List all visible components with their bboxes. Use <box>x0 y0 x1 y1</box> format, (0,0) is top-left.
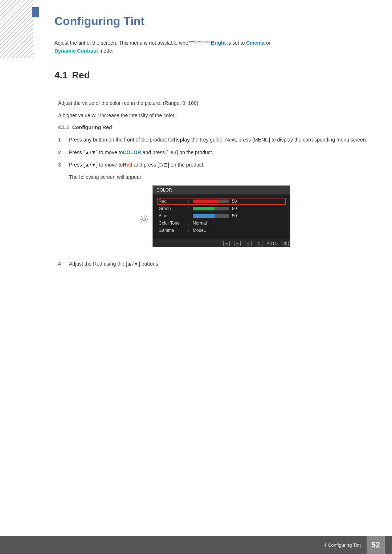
step-4: 4 Adjust the Red using the [▲/▼] buttons… <box>58 261 370 267</box>
step-2: 2 Press [▲/▼] to move toCOLOR and press … <box>58 148 370 156</box>
section-para1: Adjust the value of the color red in the… <box>58 99 370 108</box>
monitor-display: COLOR Red : 50 <box>152 185 290 247</box>
section-number: 4.1 <box>54 70 68 81</box>
step-4-number: 4 <box>58 261 67 267</box>
monitor-value-blue: 50 <box>232 213 237 218</box>
section-4-1-header: 4.1 Red <box>54 70 370 92</box>
step-4-text: Adjust the Red using the [▲/▼] buttons. <box>69 261 160 267</box>
footer-section-label: 4 Configuring Tint <box>324 542 361 548</box>
monitor-bar-green-container <box>193 207 229 210</box>
monitor-screenshot: COLOR Red : 50 <box>152 185 290 254</box>
section-title: Red <box>72 70 90 83</box>
section-para2: A higher value will increase the intensi… <box>58 111 370 120</box>
page-title: Configuring Tint <box>54 15 370 28</box>
step-4-red-label: Red <box>93 261 102 267</box>
step-1-text: Press any button on the front of the pro… <box>69 136 370 144</box>
monitor-value-gamma: Mode1 <box>193 228 206 233</box>
screen-appear-note: The following screen will appear. <box>69 173 370 182</box>
monitor-icon-row: ◄ — ✛ ⊡ AUTO ⏻ <box>153 239 290 247</box>
monitor-bar-red <box>193 200 218 203</box>
monitor-body: Red : 50 Green : <box>153 194 290 239</box>
monitor-value-green: 50 <box>232 206 237 211</box>
minus-icon: — <box>234 241 241 246</box>
monitor-label-green: Green <box>159 206 188 211</box>
menu-icon: ⊡ <box>256 241 262 246</box>
monitor-row-blue: Blue : 50 <box>159 213 284 218</box>
monitor-bar-blue-container <box>193 214 229 218</box>
samsung-magic-label: SAMSUNG MAGIC <box>188 40 211 43</box>
monitor-header: COLOR <box>153 186 290 194</box>
page-decoration <box>0 0 33 58</box>
auto-label: AUTO <box>267 241 278 246</box>
monitor-bar-red-container <box>193 200 229 203</box>
intro-text-middle: is set to <box>226 40 246 46</box>
dynamic-contrast-label: Dynamic Contrast <box>54 48 98 54</box>
blue-accent-bar <box>32 7 39 17</box>
step-1-number: 1 <box>58 136 67 144</box>
subsection-title: 4.1.1 Configuring Red <box>58 123 370 132</box>
page-footer: 4 Configuring Tint 52 <box>0 536 392 554</box>
monitor-value-colortone: Normal <box>193 221 207 226</box>
intro-text-before: Adjust the tint of the screen. This menu… <box>54 40 188 46</box>
monitor-bar-blue <box>193 214 215 218</box>
page-number: 52 <box>367 536 385 554</box>
intro-text-end: mode. <box>98 48 114 54</box>
intro-paragraph: Adjust the tint of the screen. This menu… <box>54 39 370 55</box>
left-arrow-icon: ◄ <box>223 241 230 246</box>
step-3-text: Press [▲/▼] to move toRed and press [□/⊡… <box>69 161 370 169</box>
section-4-1-body: Adjust the value of the color red in the… <box>58 99 370 267</box>
plus-icon: ✛ <box>245 241 252 246</box>
bright-link: Bright <box>211 40 226 46</box>
cinema-label: Cinema <box>246 40 265 46</box>
step-3: 3 Press [▲/▼] to move toRed and press [□… <box>58 161 370 169</box>
settings-icon <box>139 215 149 225</box>
power-icon: ⏻ <box>282 241 289 246</box>
monitor-row-green: Green : 50 <box>159 206 284 211</box>
monitor-label-gamma: Gamma <box>159 228 188 233</box>
intro-text-or: or <box>265 40 270 46</box>
monitor-label-red: Red <box>159 199 188 204</box>
svg-point-0 <box>143 218 146 221</box>
monitor-row-red: Red : 50 <box>159 199 284 204</box>
step-list: 1 Press any button on the front of the p… <box>58 136 370 169</box>
monitor-row-colortone: Color Tone : Normal <box>159 221 284 226</box>
monitor-label-blue: Blue <box>159 213 188 218</box>
monitor-value-red: 50 <box>232 199 237 204</box>
monitor-row-gamma: Gamma : Mode1 <box>159 228 284 233</box>
step-2-number: 2 <box>58 148 67 156</box>
step-2-text: Press [▲/▼] to move toCOLOR and press [□… <box>69 148 370 156</box>
step-3-number: 3 <box>58 161 67 169</box>
step-1: 1 Press any button on the front of the p… <box>58 136 370 144</box>
monitor-bar-green <box>193 207 215 210</box>
monitor-label-colortone: Color Tone <box>159 221 188 226</box>
